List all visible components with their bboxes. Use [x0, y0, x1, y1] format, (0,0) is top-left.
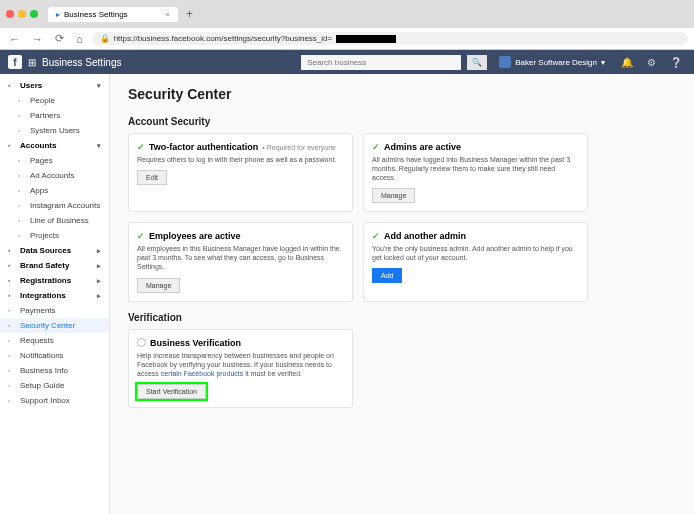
apps-grid-icon[interactable]: ⊞	[28, 57, 36, 68]
org-name: Baker Software Design	[515, 58, 597, 67]
check-icon: ✓	[372, 142, 380, 152]
sidebar-item[interactable]: ▫System Users	[0, 123, 109, 138]
window-controls[interactable]	[6, 10, 38, 18]
sidebar-item[interactable]: ▫Ad Accounts	[0, 168, 109, 183]
sidebar-section[interactable]: ▪Registrations▸	[0, 273, 109, 288]
close-tab-icon[interactable]: ×	[165, 10, 170, 19]
main-content: Security Center Account Security ✓Two-fa…	[110, 74, 694, 514]
redacted-id	[336, 35, 396, 43]
card-body: All admins have logged into Business Man…	[372, 155, 579, 182]
page-title: Security Center	[128, 86, 676, 102]
sidebar-item-payments[interactable]: ▫Payments	[0, 303, 109, 318]
section-heading: Verification	[128, 312, 676, 323]
security-card: ✓Admins are active All admins have logge…	[363, 133, 588, 212]
tab-title: Business Settings	[64, 10, 128, 19]
forward-button[interactable]: →	[29, 33, 46, 45]
browser-tab[interactable]: ▸ Business Settings ×	[48, 7, 178, 22]
sidebar-item-notifications[interactable]: ▫Notifications	[0, 348, 109, 363]
search-button[interactable]: 🔍	[467, 55, 487, 70]
browser-tab-strip: ▸ Business Settings × +	[0, 0, 694, 28]
sidebar-item-security-center[interactable]: ▫Security Center	[0, 318, 109, 333]
chevron-down-icon: ▾	[601, 58, 605, 67]
search-input[interactable]	[301, 55, 461, 70]
verification-card: Business Verification Help increase tran…	[128, 329, 353, 408]
sidebar-item[interactable]: ▫Projects	[0, 228, 109, 243]
sidebar-item[interactable]: ▫Pages	[0, 153, 109, 168]
org-switcher[interactable]: Baker Software Design ▾	[493, 56, 611, 68]
app-title: Business Settings	[42, 57, 122, 68]
sidebar-item-requests[interactable]: ▫Requests	[0, 333, 109, 348]
section-heading: Account Security	[128, 116, 676, 127]
new-tab-button[interactable]: +	[182, 7, 197, 21]
edit-button[interactable]: Edit	[137, 170, 167, 185]
back-button[interactable]: ←	[6, 33, 23, 45]
card-body: Help increase transparency between busin…	[137, 351, 344, 378]
org-badge-icon	[499, 56, 511, 68]
security-card: ✓Add another admin You're the only busin…	[363, 222, 588, 301]
sidebar-section[interactable]: ▪Integrations▸	[0, 288, 109, 303]
address-bar[interactable]: 🔒 https://business.facebook.com/settings…	[92, 32, 688, 45]
browser-toolbar: ← → ⟳ ⌂ 🔒 https://business.facebook.com/…	[0, 28, 694, 50]
facebook-logo[interactable]: f	[8, 55, 22, 69]
app-header: f ⊞ Business Settings 🔍 Baker Software D…	[0, 50, 694, 74]
gear-icon[interactable]: ⚙	[643, 57, 660, 68]
sidebar-section[interactable]: ▪Data Sources▸	[0, 243, 109, 258]
card-title-text: Add another admin	[384, 231, 466, 241]
lock-icon: 🔒	[100, 34, 110, 43]
card-title-text: Employees are active	[149, 231, 241, 241]
sidebar-item[interactable]: ▫Apps	[0, 183, 109, 198]
manage-button[interactable]: Manage	[372, 188, 415, 203]
url-text: https://business.facebook.com/settings/s…	[114, 34, 333, 43]
bell-icon[interactable]: 🔔	[617, 57, 637, 68]
manage-button[interactable]: Manage	[137, 278, 180, 293]
card-body: Requires others to log in with their pho…	[137, 155, 344, 164]
card-title-text: Admins are active	[384, 142, 461, 152]
sidebar: ▪Users▾▫People▫Partners▫System Users▪Acc…	[0, 74, 110, 514]
circle-icon	[137, 338, 146, 347]
card-title-text: Two-factor authentication	[149, 142, 258, 152]
card-body: All employees in this Business Manager h…	[137, 244, 344, 271]
card-title-text: Business Verification	[150, 338, 241, 348]
sidebar-item[interactable]: ▫People	[0, 93, 109, 108]
check-icon: ✓	[372, 231, 380, 241]
sidebar-item[interactable]: ▫Instagram Accounts	[0, 198, 109, 213]
home-button[interactable]: ⌂	[73, 33, 86, 45]
card-body: You're the only business admin. Add anot…	[372, 244, 579, 262]
sidebar-section[interactable]: ▪Accounts▾	[0, 138, 109, 153]
security-card: ✓Employees are active All employees in t…	[128, 222, 353, 301]
add-button[interactable]: Add	[372, 268, 402, 283]
sidebar-item[interactable]: ▫Partners	[0, 108, 109, 123]
check-icon: ✓	[137, 142, 145, 152]
sidebar-item[interactable]: ▫Line of Business	[0, 213, 109, 228]
sidebar-item-support-inbox[interactable]: ▫Support Inbox	[0, 393, 109, 408]
sidebar-section[interactable]: ▪Brand Safety▸	[0, 258, 109, 273]
sidebar-section[interactable]: ▪Users▾	[0, 78, 109, 93]
check-icon: ✓	[137, 231, 145, 241]
sidebar-item-business-info[interactable]: ▫Business Info	[0, 363, 109, 378]
security-card: ✓Two-factor authentication• Required for…	[128, 133, 353, 212]
products-link[interactable]: certain Facebook products	[161, 370, 244, 377]
start-verification-button[interactable]: Start Verification	[137, 384, 206, 399]
sidebar-item-setup-guide[interactable]: ▫Setup Guide	[0, 378, 109, 393]
reload-button[interactable]: ⟳	[52, 32, 67, 45]
help-icon[interactable]: ❔	[666, 57, 686, 68]
